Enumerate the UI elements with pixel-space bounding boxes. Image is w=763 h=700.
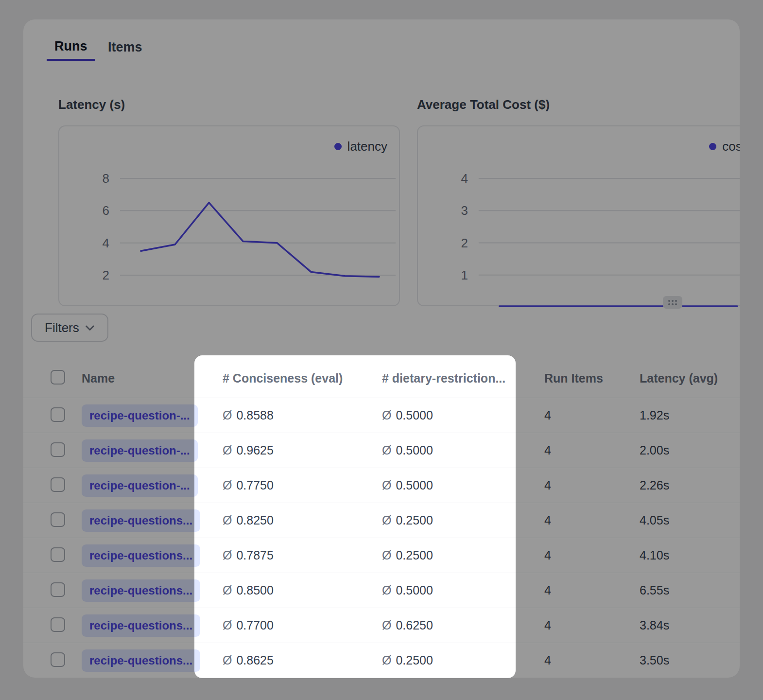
filters-button[interactable]: Filters [31,314,108,342]
resize-handle[interactable] [663,296,682,309]
row-checkbox[interactable] [51,512,65,527]
avg-symbol: Ø [223,513,232,527]
cost-legend: cost [709,139,740,154]
avg-symbol: Ø [382,443,391,457]
run-name-link[interactable]: recipe-question-... [82,439,198,462]
cost-chart-panel: 1234 cost [417,125,740,306]
avg-symbol: Ø [382,478,391,492]
header-conciseness: # Conciseness (eval) [223,371,382,385]
run-name-link[interactable]: recipe-questions... [82,544,200,567]
latency-legend-dot-icon [334,143,342,150]
cost-legend-dot-icon [709,143,716,150]
latency-value: 4.05s [640,513,740,527]
run-items-value: 4 [544,443,640,457]
tab-bar: Runs Items [23,34,740,61]
row-checkbox[interactable] [51,582,65,597]
runs-table: Name # Conciseness (eval) # dietary-rest… [23,359,740,678]
avg-symbol: Ø [223,583,232,597]
avg-symbol: Ø [223,443,232,457]
runs-panel-card: Runs Items Latency (s) Average Total Cos… [23,19,740,678]
run-name-link[interactable]: recipe-questions... [82,579,200,602]
table-row: recipe-questions... Ø0.8250 Ø0.2500 4 4.… [23,503,740,538]
avg-symbol: Ø [382,618,391,632]
latency-value: 6.55s [640,583,740,597]
svg-text:8: 8 [103,171,109,186]
svg-text:4: 4 [103,236,109,250]
latency-legend-label: latency [347,139,387,154]
run-items-value: 4 [544,408,640,422]
table-row: recipe-questions... Ø0.8500 Ø0.5000 4 6.… [23,573,740,608]
run-items-value: 4 [544,583,640,597]
dietary-value: 0.2500 [396,548,433,562]
run-name-link[interactable]: recipe-question-... [82,474,198,497]
run-items-value: 4 [544,478,640,492]
header-latency-avg: Latency (avg) [640,371,740,385]
svg-text:1: 1 [461,268,468,282]
row-checkbox[interactable] [51,407,65,422]
avg-symbol: Ø [223,618,232,632]
row-checkbox[interactable] [51,442,65,457]
row-checkbox[interactable] [51,652,65,667]
avg-symbol: Ø [382,513,391,527]
table-row: recipe-questions... Ø0.8625 Ø0.2500 4 3.… [23,643,740,678]
latency-chart-panel: 2468 latency [58,125,400,306]
avg-symbol: Ø [382,653,391,667]
dietary-value: 0.5000 [396,583,433,597]
avg-symbol: Ø [223,548,232,562]
run-items-value: 4 [544,618,640,632]
tab-runs[interactable]: Runs [47,34,95,61]
table-row: recipe-question-... Ø0.7750 Ø0.5000 4 2.… [23,468,740,503]
conciseness-value: 0.7750 [236,478,273,492]
avg-symbol: Ø [382,408,391,422]
run-name-link[interactable]: recipe-questions... [82,649,200,672]
dietary-value: 0.5000 [396,443,433,457]
conciseness-value: 0.8625 [236,653,273,667]
latency-value: 3.84s [640,618,740,632]
table-header-row: Name # Conciseness (eval) # dietary-rest… [23,359,740,398]
svg-text:3: 3 [461,203,468,218]
dietary-value: 0.5000 [396,478,433,492]
svg-text:4: 4 [461,171,468,186]
svg-text:2: 2 [461,236,468,250]
table-row: recipe-questions... Ø0.7700 Ø0.6250 4 3.… [23,608,740,643]
run-items-value: 4 [544,548,640,562]
conciseness-value: 0.9625 [236,443,273,457]
cost-chart-title: Average Total Cost ($) [417,97,550,112]
table-row: recipe-questions... Ø0.7875 Ø0.2500 4 4.… [23,538,740,573]
dietary-value: 0.2500 [396,513,433,527]
header-dietary-restriction: # dietary-restriction... [382,371,544,385]
conciseness-value: 0.7875 [236,548,273,562]
svg-text:6: 6 [103,203,109,218]
run-items-value: 4 [544,513,640,527]
conciseness-value: 0.8250 [236,513,273,527]
header-run-items: Run Items [544,371,640,385]
drag-dots-icon [668,300,677,305]
dietary-value: 0.2500 [396,653,433,667]
chevron-down-icon [85,325,95,331]
latency-value: 4.10s [640,548,740,562]
select-all-checkbox[interactable] [51,370,65,385]
dietary-value: 0.5000 [396,408,433,422]
run-name-link[interactable]: recipe-questions... [82,509,200,532]
latency-value: 2.00s [640,443,740,457]
cost-legend-label: cost [722,139,740,154]
tab-items[interactable]: Items [100,34,150,61]
latency-chart-title: Latency (s) [58,97,125,112]
latency-value: 1.92s [640,408,740,422]
conciseness-value: 0.8500 [236,583,273,597]
run-name-link[interactable]: recipe-questions... [82,614,200,637]
svg-text:2: 2 [103,268,109,282]
row-checkbox[interactable] [51,617,65,632]
filters-button-label: Filters [45,320,79,335]
run-name-link[interactable]: recipe-question-... [82,404,198,427]
cost-chart: 1234 [418,126,740,307]
dietary-value: 0.6250 [396,618,433,632]
avg-symbol: Ø [223,478,232,492]
row-checkbox[interactable] [51,477,65,492]
table-row: recipe-question-... Ø0.9625 Ø0.5000 4 2.… [23,433,740,468]
run-items-value: 4 [544,653,640,667]
avg-symbol: Ø [223,408,232,422]
latency-value: 2.26s [640,478,740,492]
latency-legend: latency [334,139,387,154]
row-checkbox[interactable] [51,547,65,562]
